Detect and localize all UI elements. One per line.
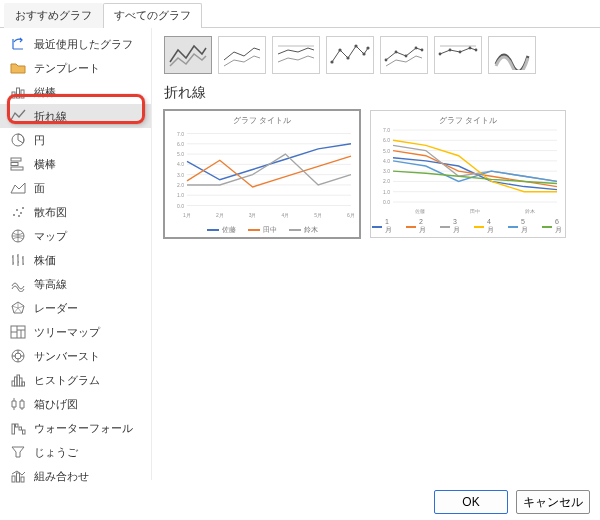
sidebar-item-label: ヒストグラム xyxy=(34,373,100,388)
area-chart-icon xyxy=(10,180,26,196)
chart-preview-2[interactable]: グラフ タイトル 0.01.02.03.04.05.06.07.0佐藤田中鈴木 … xyxy=(370,110,566,238)
svg-point-38 xyxy=(415,47,418,50)
svg-point-36 xyxy=(395,51,398,54)
svg-text:2.0: 2.0 xyxy=(383,178,390,184)
sidebar-item-label: じょうご xyxy=(34,445,78,460)
svg-rect-1 xyxy=(17,88,20,98)
svg-text:3月: 3月 xyxy=(249,212,257,218)
svg-rect-26 xyxy=(12,476,15,482)
sidebar-item-map[interactable]: マップ xyxy=(0,224,151,248)
svg-text:5.0: 5.0 xyxy=(383,148,390,154)
preview-title: グラフ タイトル xyxy=(169,115,355,126)
svg-point-35 xyxy=(385,59,388,62)
svg-text:1.0: 1.0 xyxy=(383,189,390,195)
sidebar-item-sunburst[interactable]: サンバースト xyxy=(0,344,151,368)
svg-point-7 xyxy=(13,214,15,216)
svg-rect-21 xyxy=(22,382,25,386)
sidebar-item-surface[interactable]: 等高線 xyxy=(0,272,151,296)
svg-point-40 xyxy=(439,53,442,56)
svg-text:2月: 2月 xyxy=(216,212,224,218)
section-title: 折れ線 xyxy=(164,84,590,102)
svg-text:7.0: 7.0 xyxy=(383,128,390,133)
subtype-stacked-line[interactable] xyxy=(218,36,266,74)
dialog-footer: OK キャンセル xyxy=(434,490,590,514)
svg-text:6.0: 6.0 xyxy=(177,141,184,147)
svg-rect-2 xyxy=(21,90,24,98)
svg-text:田中: 田中 xyxy=(470,208,480,214)
sidebar-item-column[interactable]: 縦棒 xyxy=(0,80,151,104)
sidebar-item-label: 株価 xyxy=(34,253,56,268)
svg-text:6.0: 6.0 xyxy=(383,137,390,143)
svg-point-44 xyxy=(475,49,478,52)
sidebar-item-funnel[interactable]: じょうご xyxy=(0,440,151,464)
svg-text:4.0: 4.0 xyxy=(177,161,184,167)
subtype-3d-line[interactable] xyxy=(488,36,536,74)
svg-text:4.0: 4.0 xyxy=(383,158,390,164)
bar-chart-icon xyxy=(10,156,26,172)
chart-type-sidebar: 最近使用したグラフ テンプレート 縦棒 折れ線 円 横棒 面 散布図 xyxy=(0,28,152,480)
svg-point-32 xyxy=(354,44,357,47)
svg-text:0.0: 0.0 xyxy=(177,203,184,209)
svg-rect-22 xyxy=(12,424,15,434)
tab-all[interactable]: すべてのグラフ xyxy=(103,3,202,28)
sidebar-item-pie[interactable]: 円 xyxy=(0,128,151,152)
svg-point-29 xyxy=(330,60,333,63)
sidebar-item-label: 横棒 xyxy=(34,157,56,172)
sidebar-item-line[interactable]: 折れ線 xyxy=(0,104,151,128)
column-chart-icon xyxy=(10,84,26,100)
svg-text:3.0: 3.0 xyxy=(177,172,184,178)
svg-text:鈴木: 鈴木 xyxy=(525,208,535,214)
sidebar-item-templates[interactable]: テンプレート xyxy=(0,56,151,80)
svg-rect-28 xyxy=(21,477,24,482)
subtype-line[interactable] xyxy=(164,36,212,74)
sidebar-item-histogram[interactable]: ヒストグラム xyxy=(0,368,151,392)
line-subtype-row xyxy=(164,36,590,74)
svg-point-41 xyxy=(449,49,452,52)
svg-text:1月: 1月 xyxy=(183,212,191,218)
chart-preview-1[interactable]: グラフ タイトル 0.01.02.03.04.05.06.07.01月2月3月4… xyxy=(164,110,360,238)
line-chart-icon xyxy=(10,108,26,124)
sidebar-item-boxwhisker[interactable]: 箱ひげ図 xyxy=(0,392,151,416)
svg-point-42 xyxy=(459,51,462,54)
pie-chart-icon xyxy=(10,132,26,148)
radar-chart-icon xyxy=(10,300,26,316)
dialog-tabs: おすすめグラフ すべてのグラフ xyxy=(0,0,600,28)
folder-icon xyxy=(10,60,26,76)
sidebar-item-label: テンプレート xyxy=(34,61,100,76)
cancel-button[interactable]: キャンセル xyxy=(516,490,590,514)
sidebar-item-area[interactable]: 面 xyxy=(0,176,151,200)
ok-button[interactable]: OK xyxy=(434,490,508,514)
tab-recommended[interactable]: おすすめグラフ xyxy=(4,3,103,28)
svg-text:4月: 4月 xyxy=(282,212,290,218)
sidebar-item-treemap[interactable]: ツリーマップ xyxy=(0,320,151,344)
sidebar-item-bar[interactable]: 横棒 xyxy=(0,152,151,176)
waterfall-chart-icon xyxy=(10,420,26,436)
sidebar-item-scatter[interactable]: 散布図 xyxy=(0,200,151,224)
svg-point-9 xyxy=(20,212,22,214)
svg-text:佐藤: 佐藤 xyxy=(415,208,425,214)
sidebar-item-label: 等高線 xyxy=(34,277,67,292)
subtype-stacked-line-markers[interactable] xyxy=(380,36,428,74)
sidebar-item-label: 組み合わせ xyxy=(34,469,89,484)
sidebar-item-label: 箱ひげ図 xyxy=(34,397,78,412)
subtype-100stacked-line-markers[interactable] xyxy=(434,36,482,74)
preview-title: グラフ タイトル xyxy=(375,115,561,126)
sidebar-item-radar[interactable]: レーダー xyxy=(0,296,151,320)
sidebar-item-combo[interactable]: 組み合わせ xyxy=(0,464,151,488)
sidebar-item-waterfall[interactable]: ウォーターフォール xyxy=(0,416,151,440)
svg-point-43 xyxy=(469,47,472,50)
sidebar-item-recent[interactable]: 最近使用したグラフ xyxy=(0,32,151,56)
subtype-100stacked-line[interactable] xyxy=(272,36,320,74)
map-chart-icon xyxy=(10,228,26,244)
sidebar-item-label: 散布図 xyxy=(34,205,67,220)
subtype-line-markers[interactable] xyxy=(326,36,374,74)
svg-text:5.0: 5.0 xyxy=(177,151,184,157)
svg-text:1.0: 1.0 xyxy=(177,192,184,198)
svg-point-33 xyxy=(362,52,365,55)
treemap-chart-icon xyxy=(10,324,26,340)
sidebar-item-stock[interactable]: 株価 xyxy=(0,248,151,272)
svg-text:7.0: 7.0 xyxy=(177,131,184,137)
svg-point-11 xyxy=(18,215,20,217)
svg-rect-6 xyxy=(11,167,23,170)
svg-text:2.0: 2.0 xyxy=(177,182,184,188)
